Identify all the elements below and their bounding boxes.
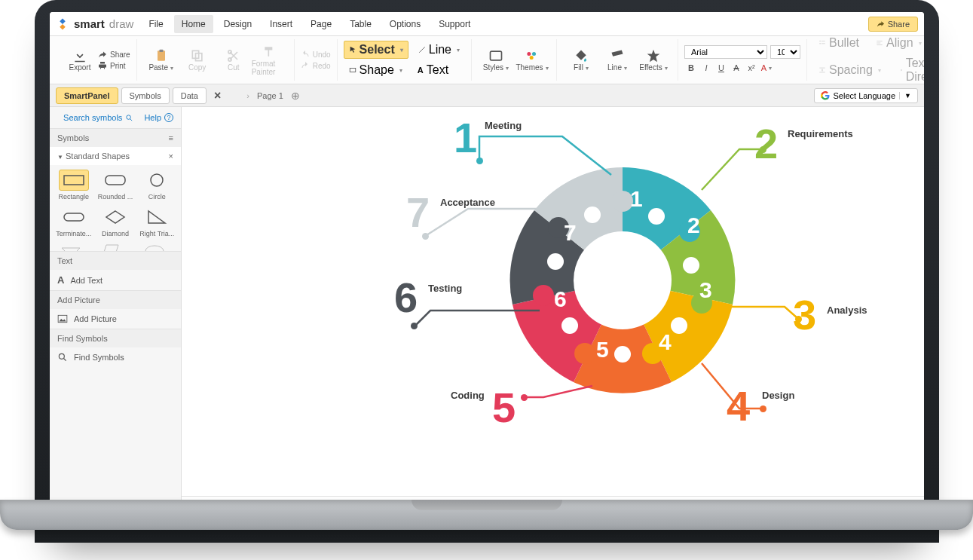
styles-icon	[488, 48, 503, 63]
app-logo: smartdraw	[56, 17, 133, 31]
svg-rect-6	[350, 69, 356, 72]
page-prev[interactable]: ›	[246, 91, 249, 100]
shape-right-triangle[interactable]: Right Tria...	[139, 207, 175, 237]
close-icon[interactable]: ×	[169, 151, 173, 161]
superscript-button[interactable]: x²	[745, 61, 758, 75]
svg-rect-12	[822, 41, 825, 41]
logo-text-light: draw	[109, 17, 134, 30]
effects-button[interactable]: Effects	[635, 48, 672, 72]
language-select[interactable]: Select Language ▼	[814, 88, 919, 103]
line-icon	[418, 46, 426, 54]
italic-button[interactable]: I	[699, 61, 713, 75]
bullet-button[interactable]: Bullet	[813, 34, 864, 52]
print-button[interactable]: Print	[98, 61, 130, 70]
bold-button[interactable]: B	[684, 61, 698, 75]
svg-point-11	[819, 41, 821, 42]
fill-button[interactable]: Fill	[563, 48, 599, 72]
spacing-button[interactable]: Spacing	[813, 54, 886, 86]
svg-rect-14	[822, 43, 825, 44]
symbols-section-head[interactable]: Symbols≡	[50, 129, 181, 147]
smartpanel-tab[interactable]: SmartPanel	[56, 87, 118, 104]
close-panel-tabs[interactable]: ×	[210, 89, 225, 103]
svg-point-25	[145, 246, 164, 251]
cut-button[interactable]: Cut	[216, 44, 252, 76]
font-color-button[interactable]: A	[760, 61, 773, 75]
add-text-button[interactable]: AAdd Text	[50, 270, 181, 290]
help-link[interactable]: Help ?	[144, 113, 173, 122]
cut-icon	[226, 48, 241, 63]
font-family-select[interactable]: Arial	[684, 45, 767, 59]
logo-icon	[56, 17, 69, 31]
search-symbols-link[interactable]: Search symbols	[63, 113, 133, 122]
menu-design[interactable]: Design	[216, 15, 259, 33]
font-size-select[interactable]: 10	[770, 45, 800, 59]
page-tab-1[interactable]: Page 1	[257, 91, 283, 100]
redo-button[interactable]: Redo	[301, 61, 331, 70]
format-painter-button[interactable]: Format Painter	[252, 44, 288, 76]
shape-rounded[interactable]: Rounded ...	[97, 170, 133, 200]
add-page-button[interactable]: ⊕	[291, 90, 300, 102]
menu-support[interactable]: Support	[431, 15, 478, 33]
callout-label-7: Acceptance	[440, 197, 495, 208]
menu-table[interactable]: Table	[342, 15, 379, 33]
menu-page[interactable]: Page	[303, 15, 339, 33]
chevron-down-icon: ▼	[899, 92, 911, 99]
styles-button[interactable]: Styles	[478, 48, 514, 72]
undo-icon	[301, 50, 310, 59]
google-icon	[821, 91, 830, 100]
add-picture-button[interactable]: Add Picture	[50, 309, 181, 329]
menu-insert[interactable]: Insert	[262, 15, 300, 33]
format-painter-icon	[262, 44, 277, 60]
shape-rectangle[interactable]: Rectangle	[56, 170, 91, 200]
svg-point-8	[527, 52, 531, 56]
print-icon	[98, 61, 107, 70]
text-direction-icon	[898, 66, 903, 74]
underline-button[interactable]: U	[714, 61, 728, 75]
svg-point-13	[819, 43, 821, 44]
data-tab[interactable]: Data	[173, 87, 207, 104]
standard-shapes-head[interactable]: ▼ Standard Shapes×	[50, 147, 181, 165]
align-button[interactable]: Align	[870, 34, 924, 52]
callout-label-4: Design	[762, 390, 794, 401]
line-tool-button[interactable]: Line	[413, 41, 465, 59]
shape-tool-button[interactable]: Shape	[344, 61, 408, 79]
callout-dot-7	[422, 233, 429, 240]
ribbon: Export Share Print Paste Copy Cut Format…	[50, 36, 924, 84]
undo-button[interactable]: Undo	[301, 50, 331, 59]
callout-num-5: 5	[492, 387, 516, 429]
svg-point-23	[151, 174, 163, 186]
shape-circle[interactable]: Circle	[139, 170, 175, 200]
menu-file[interactable]: File	[141, 15, 170, 33]
copy-button[interactable]: Copy	[179, 44, 216, 76]
tab-row: SmartPanel Symbols Data × › Page 1 ⊕ Sel…	[50, 84, 924, 107]
redo-icon	[301, 61, 310, 70]
find-symbols-button[interactable]: Find Symbols	[50, 347, 181, 367]
export-icon	[72, 48, 87, 63]
menu-home[interactable]: Home	[174, 15, 213, 33]
paste-button[interactable]: Paste	[143, 44, 179, 76]
strikethrough-button[interactable]: A	[730, 61, 743, 75]
text-direction-button[interactable]: Text Direction	[892, 54, 924, 86]
shape-terminate[interactable]: Terminate...	[56, 207, 91, 237]
export-button[interactable]: Export	[62, 48, 98, 72]
themes-icon	[525, 48, 540, 63]
share-small-button[interactable]: Share	[98, 50, 130, 59]
share-button[interactable]: Share	[868, 17, 918, 32]
select-tool-button[interactable]: Select	[344, 41, 408, 59]
themes-button[interactable]: Themes	[514, 48, 550, 72]
svg-rect-16	[877, 43, 880, 44]
text-tool-button[interactable]: AText	[412, 61, 454, 79]
text-icon: A	[418, 66, 424, 75]
align-icon	[876, 39, 883, 47]
shape-diamond[interactable]: Diamond	[97, 207, 133, 237]
search-icon	[125, 114, 133, 122]
svg-rect-19	[819, 72, 825, 73]
bullet-icon	[818, 39, 826, 47]
canvas[interactable]: 1 2 3 4 5 6 7	[182, 107, 924, 513]
svg-rect-17	[877, 44, 883, 45]
find-section-head: Find Symbols	[50, 329, 181, 347]
menu-options[interactable]: Options	[382, 15, 428, 33]
symbols-tab[interactable]: Symbols	[121, 87, 170, 104]
callout-dot-1	[476, 158, 483, 164]
line-style-button[interactable]: Line	[599, 48, 635, 72]
